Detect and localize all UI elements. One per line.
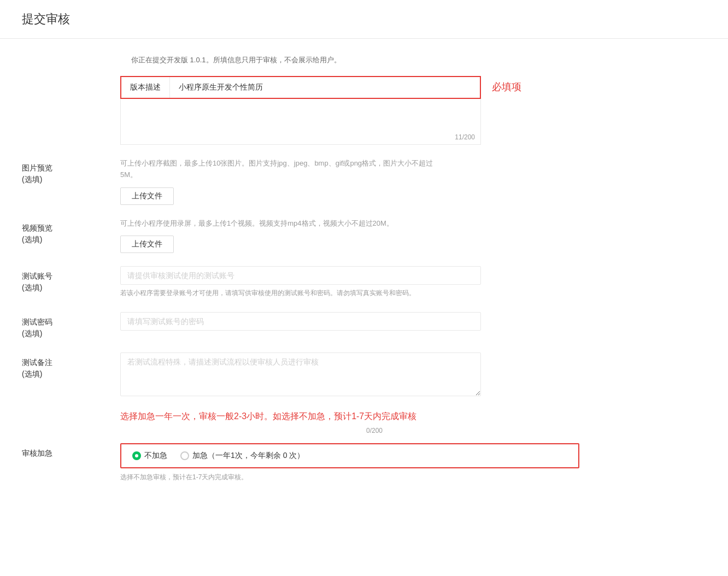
no-urgent-radio[interactable] [132,451,141,460]
notes-char-count: 0/200 [22,427,383,434]
test-password-content [120,312,579,331]
char-count: 11/200 [455,133,475,141]
test-password-input[interactable] [120,312,481,331]
test-notes-label: 测试备注 (选填) [22,352,120,380]
review-speed-content: 不加急 加急（一年1次，今年剩余 0 次） [120,443,579,468]
image-preview-content: 可上传小程序截图，最多上传10张图片。图片支持jpg、jpeg、bmp、gif或… [120,158,579,205]
video-upload-button[interactable]: 上传文件 [120,236,174,253]
test-account-content: 若该小程序需要登录账号才可使用，请填写供审核使用的测试账号和密码。请勿填写真实账… [120,266,579,298]
review-speed-label: 审核加急 [22,443,120,459]
review-speed-section: 审核加急 不加急 加急（一年1次，今年剩余 0 次） [22,443,579,468]
review-hint: 选择不加急审核，预计在1-7天内完成审核。 [120,473,579,482]
image-preview-label: 图片预览 (选填) [22,158,120,185]
image-upload-button[interactable]: 上传文件 [120,187,174,205]
test-account-section: 测试账号 (选填) 若该小程序需要登录账号才可使用，请填写供审核使用的测试账号和… [22,266,579,298]
video-hint-text: 可上传小程序使用录屏，最多上传1个视频。视频支持mp4格式，视频大小不超过20M… [120,218,437,230]
page-container: 提交审核 你正在提交开发版 1.0.1。所填信息只用于审核，不会展示给用户。 版… [0,0,728,576]
test-notes-content [120,352,579,398]
test-password-label: 测试密码 (选填) [22,312,120,339]
version-desc-label [22,76,120,80]
no-urgent-option[interactable]: 不加急 [132,451,167,461]
test-account-hint: 若该小程序需要登录账号才可使用，请填写供审核使用的测试账号和密码。请勿填写真实账… [120,288,437,298]
urgent-radio[interactable] [180,451,189,460]
test-notes-wrapper [120,352,481,398]
test-notes-section: 测试备注 (选填) [22,352,579,398]
urgent-option[interactable]: 加急（一年1次，今年剩余 0 次） [180,451,304,461]
desc-body: 11/200 [120,99,481,145]
test-password-section: 测试密码 (选填) [22,312,579,339]
no-urgent-label: 不加急 [144,451,167,461]
desc-textarea[interactable] [121,99,480,143]
info-text: 你正在提交开发版 1.0.1。所填信息只用于审核，不会展示给用户。 [131,55,579,65]
review-options-box: 不加急 加急（一年1次，今年剩余 0 次） [120,443,579,468]
video-preview-content: 可上传小程序使用录屏，最多上传1个视频。视频支持mp4格式，视频大小不超过20M… [120,218,579,254]
image-hint-text: 可上传小程序截图，最多上传10张图片。图片支持jpg、jpeg、bmp、gif或… [120,158,437,181]
urgent-notice: 选择加急一年一次，审核一般2-3小时。如选择不加急，预计1-7天内完成审核 [120,411,579,422]
version-desc-field-label: 版本描述 [121,77,170,98]
required-text: 必填项 [492,76,521,93]
version-desc-section: 版本描述 11/200 必填项 [22,76,579,145]
page-title: 提交审核 [22,11,706,27]
image-preview-section: 图片预览 (选填) 可上传小程序截图，最多上传10张图片。图片支持jpg、jpe… [22,158,579,205]
test-notes-textarea[interactable] [120,352,481,396]
video-preview-label: 视频预览 (选填) [22,218,120,245]
version-desc-input[interactable] [170,78,480,97]
version-desc-content: 版本描述 11/200 必填项 [120,76,579,145]
test-account-input[interactable] [120,266,481,285]
test-account-label: 测试账号 (选填) [22,266,120,293]
page-header: 提交审核 [0,0,728,39]
form-wrapper: 你正在提交开发版 1.0.1。所填信息只用于审核，不会展示给用户。 版本描述 1… [0,39,601,504]
urgent-label: 加急（一年1次，今年剩余 0 次） [192,451,304,461]
version-desc-header: 版本描述 [120,76,481,99]
video-preview-section: 视频预览 (选填) 可上传小程序使用录屏，最多上传1个视频。视频支持mp4格式，… [22,218,579,254]
